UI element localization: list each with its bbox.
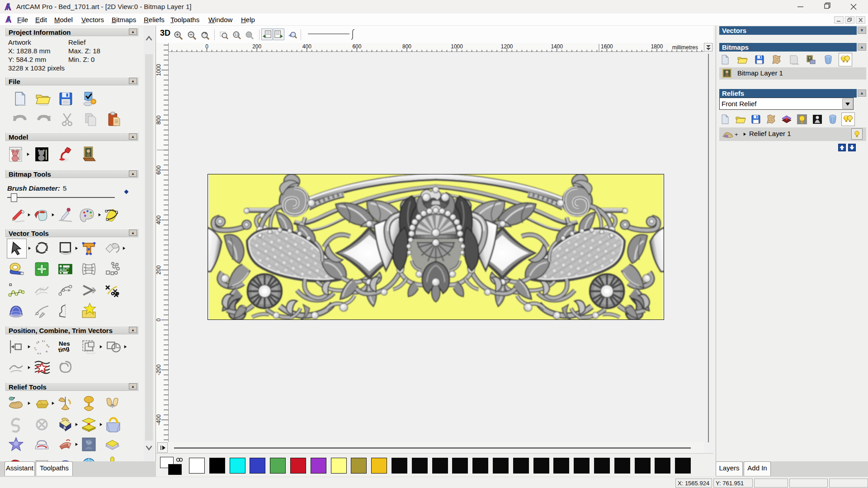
svg-text:200: 200	[156, 265, 162, 274]
svg-text:-200: -200	[156, 364, 162, 375]
svg-text:600: 600	[352, 43, 361, 50]
svg-text:800: 800	[402, 43, 411, 50]
svg-text:600: 600	[156, 165, 162, 174]
svg-text:400: 400	[302, 43, 311, 50]
svg-text:0: 0	[205, 43, 208, 50]
svg-text:1000: 1000	[451, 43, 463, 50]
svg-text:1200: 1200	[501, 43, 513, 50]
svg-text:1000: 1000	[156, 64, 162, 76]
svg-text:400: 400	[156, 215, 162, 224]
svg-text:200: 200	[252, 43, 261, 50]
svg-text:-400: -400	[156, 414, 162, 425]
svg-text:800: 800	[156, 115, 162, 124]
svg-text:1600: 1600	[601, 43, 613, 50]
svg-text:0: 0	[156, 318, 162, 321]
svg-text:1400: 1400	[551, 43, 563, 50]
svg-text:1800: 1800	[651, 43, 663, 50]
